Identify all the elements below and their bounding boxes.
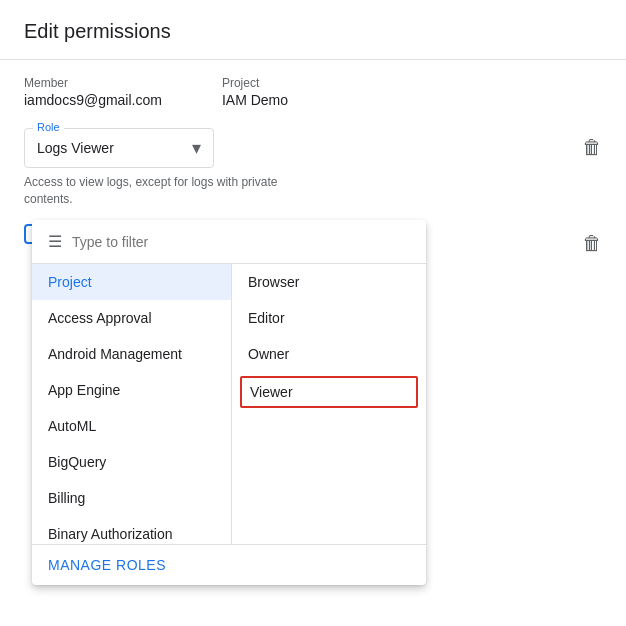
delete-role1-button[interactable]: 🗑 (582, 136, 602, 159)
project-value: IAM Demo (222, 92, 288, 108)
left-item-access-approval[interactable]: Access Approval (32, 300, 231, 336)
left-item-bigquery[interactable]: BigQuery (32, 444, 231, 480)
right-item-owner[interactable]: Owner (232, 336, 426, 372)
role1-description: Access to view logs, except for logs wit… (24, 174, 304, 208)
left-item-app-engine[interactable]: App Engine (32, 372, 231, 408)
dropdown-arrow-icon: ▾ (192, 137, 201, 159)
role1-value: Logs Viewer (37, 140, 114, 156)
right-item-browser[interactable]: Browser (232, 264, 426, 300)
role1-select[interactable]: Role Logs Viewer ▾ (24, 128, 214, 168)
dropdown-panel: ☰ Project Access Approval Android Manage… (32, 220, 426, 585)
meta-row: Member iamdocs9@gmail.com Project IAM De… (24, 76, 602, 108)
right-column: Browser Editor Owner Viewer (232, 264, 426, 544)
member-value: iamdocs9@gmail.com (24, 92, 162, 108)
filter-input[interactable] (72, 234, 410, 250)
role1-label: Role (33, 121, 64, 133)
left-item-automl[interactable]: AutoML (32, 408, 231, 444)
header: Edit permissions (0, 0, 626, 60)
delete-role2-button[interactable]: 🗑 (582, 232, 602, 255)
member-label: Member (24, 76, 162, 90)
project-item: Project IAM Demo (222, 76, 288, 108)
filter-row: ☰ (32, 220, 426, 264)
left-column: Project Access Approval Android Manageme… (32, 264, 232, 544)
member-item: Member iamdocs9@gmail.com (24, 76, 162, 108)
project-label: Project (222, 76, 288, 90)
page: Edit permissions Member iamdocs9@gmail.c… (0, 0, 626, 626)
right-item-viewer[interactable]: Viewer (240, 376, 418, 408)
right-item-editor[interactable]: Editor (232, 300, 426, 336)
left-item-binary-authorization[interactable]: Binary Authorization (32, 516, 231, 544)
page-title: Edit permissions (24, 20, 602, 43)
role1-section: Role Logs Viewer ▾ 🗑 Access to view logs… (24, 128, 602, 208)
left-item-project[interactable]: Project (32, 264, 231, 300)
left-item-billing[interactable]: Billing (32, 480, 231, 516)
manage-roles-button[interactable]: MANAGE ROLES (32, 544, 426, 585)
left-item-android-management[interactable]: Android Management (32, 336, 231, 372)
dropdown-columns: Project Access Approval Android Manageme… (32, 264, 426, 544)
filter-icon: ☰ (48, 232, 62, 251)
role1-row: Role Logs Viewer ▾ 🗑 (24, 128, 602, 168)
